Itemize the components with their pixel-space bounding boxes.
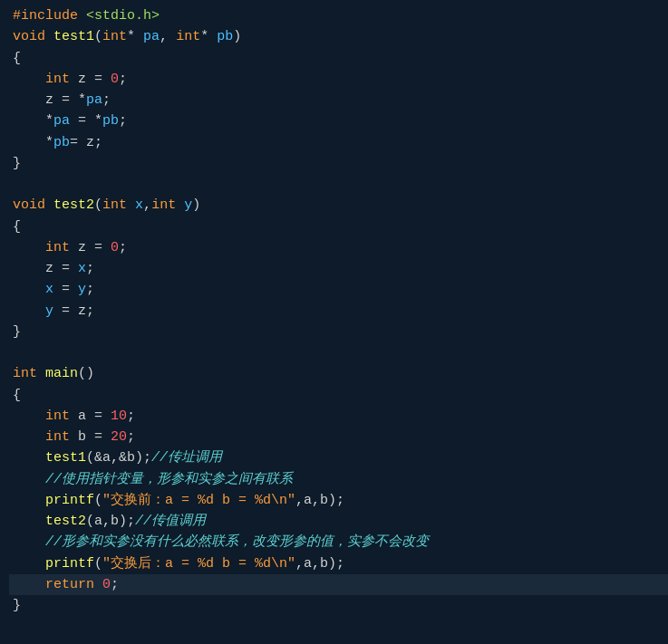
- code-line: *pb= z;: [9, 132, 668, 153]
- code-line: printf("交换前：a = %d b = %d\n",a,b);: [9, 490, 668, 511]
- code-line: void test2(int x,int y): [9, 195, 668, 216]
- code-line: int z = 0;: [9, 237, 668, 258]
- code-line: [9, 342, 668, 363]
- code-line: void test1(int* pa, int* pb): [9, 26, 668, 47]
- code-line: z = x;: [9, 258, 668, 279]
- code-line: int z = 0;: [9, 69, 668, 90]
- code-line: }: [9, 322, 668, 342]
- code-line: z = *pa;: [9, 90, 668, 111]
- code-line: y = z;: [9, 301, 668, 322]
- code-line: }: [9, 595, 668, 616]
- code-line: {: [9, 216, 668, 237]
- code-line: {: [9, 48, 668, 69]
- code-line: //形参和实参没有什么必然联系，改变形参的值，实参不会改变: [9, 532, 668, 553]
- code-line: //使用指针变量，形参和实参之间有联系: [9, 469, 668, 490]
- code-line: test2(a,b);//传值调用: [9, 511, 668, 532]
- code-line: {: [9, 385, 668, 406]
- code-line: }: [9, 153, 668, 174]
- code-line: #include <stdio.h>: [9, 5, 668, 26]
- code-line: [9, 174, 668, 195]
- code-line: *pa = *pb;: [9, 111, 668, 131]
- code-line: printf("交换后：a = %d b = %d\n",a,b);: [9, 553, 668, 574]
- code-line: int a = 10;: [9, 406, 668, 427]
- code-line: x = y;: [9, 279, 668, 300]
- code-editor: #include <stdio.h> void test1(int* pa, i…: [0, 0, 668, 644]
- code-line: test1(&a,&b);//传址调用: [9, 447, 668, 468]
- code-line: int b = 20;: [9, 427, 668, 447]
- code-line: int main(): [9, 363, 668, 384]
- code-line: return 0;: [9, 574, 668, 595]
